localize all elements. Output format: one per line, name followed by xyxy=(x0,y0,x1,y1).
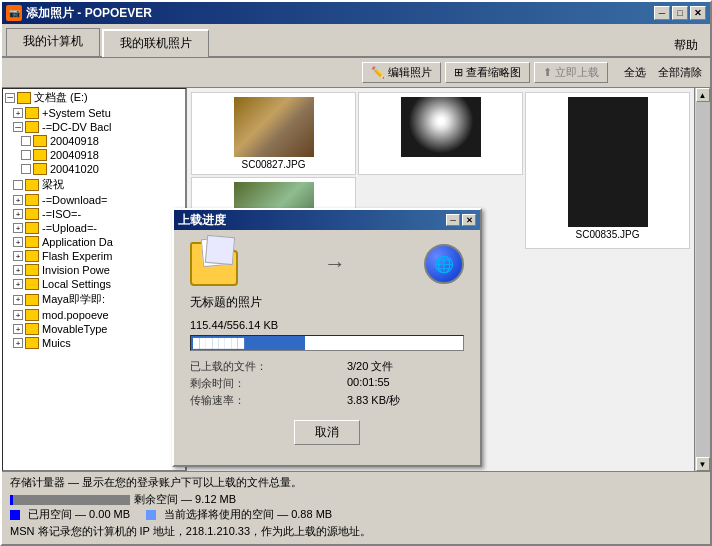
tab-my-online-photos[interactable]: 我的联机照片 xyxy=(102,29,209,57)
scrollbar-track[interactable] xyxy=(696,102,710,457)
expand-icon[interactable]: + xyxy=(13,195,23,205)
folder-icon xyxy=(25,194,39,206)
upload-info-grid: 已上载的文件： 3/20 文件 剩余时间： 00:01:55 传输速率： 3.8… xyxy=(190,359,464,408)
tree-item-invision[interactable]: + Invision Powe xyxy=(11,263,185,277)
tree-label: -=DC-DV Bacl xyxy=(42,121,111,133)
clear-all-button[interactable]: 全部清除 xyxy=(658,65,702,80)
folder-icon xyxy=(25,309,39,321)
cancel-upload-button[interactable]: 取消 xyxy=(294,420,360,445)
edit-photos-label: 编辑照片 xyxy=(388,65,432,80)
main-window: 📷 添加照片 - POPOEVER ─ □ ✕ 我的计算机 我的联机照片 帮助 … xyxy=(0,0,712,546)
thumbnail-label: SC00827.JPG xyxy=(242,159,306,170)
tree-label: 20040918 xyxy=(50,135,99,147)
expand-icon xyxy=(13,180,23,190)
tree-item-flash[interactable]: + Flash Experim xyxy=(11,249,185,263)
expand-icon[interactable]: + xyxy=(13,223,23,233)
maximize-button[interactable]: □ xyxy=(672,6,688,20)
upload-now-button[interactable]: ⬆ 立即上载 xyxy=(534,62,608,83)
expand-icon[interactable]: ─ xyxy=(13,122,23,132)
upload-now-label: 立即上载 xyxy=(555,65,599,80)
tree-item-200409182[interactable]: 20040918 xyxy=(19,148,185,162)
dialog-icons: → 🌐 xyxy=(190,242,464,286)
view-thumbnails-button[interactable]: ⊞ 查看缩略图 xyxy=(445,62,530,83)
status-row-ip: MSN 将记录您的计算机的 IP 地址，218.1.210.33，作为此上载的源… xyxy=(10,524,702,539)
tab-my-computer[interactable]: 我的计算机 xyxy=(6,28,100,56)
tree-item-maya[interactable]: + Maya即学即: xyxy=(11,291,185,308)
storage-meter-text: 存储计量器 — 显示在您的登录账户下可以上载的文件总量。 xyxy=(10,475,302,490)
tree-label: -=Upload=- xyxy=(42,222,97,234)
tab-bar: 我的计算机 我的联机照片 帮助 xyxy=(2,24,710,58)
expand-icon[interactable]: + xyxy=(13,324,23,334)
status-row-legend: 已用空间 — 0.00 MB 当前选择将使用的空间 — 0.88 MB xyxy=(10,507,702,522)
dialog-minimize-button[interactable]: ─ xyxy=(446,214,460,226)
dialog-title-text: 上载进度 xyxy=(178,212,226,229)
minimize-button[interactable]: ─ xyxy=(654,6,670,20)
tree-label: +System Setu xyxy=(42,107,111,119)
progress-text: 115.44/556.14 KB xyxy=(190,319,464,331)
upload-progress-dialog: 上载进度 ─ ✕ → xyxy=(172,208,482,467)
status-bar: 存储计量器 — 显示在您的登录账户下可以上载的文件总量。 剩余空间 — 9.12… xyxy=(2,471,710,544)
tree-item-iso[interactable]: + -=ISO=- xyxy=(11,207,185,221)
tree-label: Invision Powe xyxy=(42,264,110,276)
progress-blocks: ████████ xyxy=(191,338,244,348)
expand-icon[interactable]: + xyxy=(13,279,23,289)
dialog-body: → 🌐 无标题的照片 115.44/556.14 KB ████████ 已上载… xyxy=(174,230,480,465)
thumbnail-item[interactable] xyxy=(358,92,523,175)
folder-icon xyxy=(33,149,47,161)
dialog-close-button[interactable]: ✕ xyxy=(462,214,476,226)
arrow-right-icon: → xyxy=(324,251,346,277)
tree-item-download[interactable]: + -=Download= xyxy=(11,193,185,207)
tree-item-system[interactable]: + +System Setu xyxy=(11,106,185,120)
tree-item-20041020[interactable]: 20041020 xyxy=(19,162,185,176)
folder-icon xyxy=(25,337,39,349)
expand-icon[interactable]: + xyxy=(13,295,23,305)
thumbnail-item[interactable]: SC00827.JPG xyxy=(191,92,356,175)
tree-item-mod[interactable]: + mod.popoeve xyxy=(11,308,185,322)
tree-item-movable[interactable]: + MovableType xyxy=(11,322,185,336)
file-tree-panel[interactable]: ─ 文档盘 (E:) + +System Setu ─ -=DC-DV Bacl… xyxy=(2,88,187,471)
tree-label: -=ISO=- xyxy=(42,208,81,220)
tree-item-music[interactable]: + Muics xyxy=(11,336,185,350)
tree-item-200409181[interactable]: 20040918 xyxy=(19,134,185,148)
expand-icon[interactable]: + xyxy=(13,108,23,118)
tree-item-dcdv[interactable]: ─ -=DC-DV Bacl xyxy=(11,120,185,134)
tree-label: Maya即学即: xyxy=(42,292,105,307)
tree-label: Muics xyxy=(42,337,71,349)
scroll-down-button[interactable]: ▼ xyxy=(696,457,710,471)
folder-icon xyxy=(25,278,39,290)
select-all-button[interactable]: 全选 xyxy=(624,65,646,80)
selection-space-dot xyxy=(146,510,156,520)
expand-icon[interactable]: + xyxy=(13,237,23,247)
expand-icon[interactable]: + xyxy=(13,209,23,219)
expand-icon[interactable]: + xyxy=(13,251,23,261)
thumbnail-item[interactable]: SC00835.JPG xyxy=(525,92,690,249)
vertical-scrollbar[interactable]: ▲ ▼ xyxy=(694,88,710,471)
expand-icon xyxy=(21,164,31,174)
tree-label: 20040918 xyxy=(50,149,99,161)
tree-item-root[interactable]: ─ 文档盘 (E:) xyxy=(3,89,185,106)
window-title: 添加照片 - POPOEVER xyxy=(26,5,152,22)
edit-photos-button[interactable]: ✏️ 编辑照片 xyxy=(362,62,441,83)
tree-item-upload[interactable]: + -=Upload=- xyxy=(11,221,185,235)
folder-icon xyxy=(33,135,47,147)
thumbnail-image xyxy=(234,97,314,157)
help-link[interactable]: 帮助 xyxy=(666,35,706,56)
tree-item-local[interactable]: + Local Settings xyxy=(11,277,185,291)
tree-item-appdata[interactable]: + Application Da xyxy=(11,235,185,249)
scroll-up-button[interactable]: ▲ xyxy=(696,88,710,102)
folder-icon xyxy=(25,236,39,248)
edit-icon: ✏️ xyxy=(371,66,385,79)
expand-icon[interactable]: + xyxy=(13,265,23,275)
expand-icon[interactable]: + xyxy=(13,310,23,320)
toolbar-actions: 全选 全部清除 xyxy=(624,65,702,80)
expand-icon[interactable]: + xyxy=(13,338,23,348)
tree-item-liangzhu[interactable]: 梁祝 xyxy=(11,176,185,193)
expand-icon[interactable]: ─ xyxy=(5,93,15,103)
tree-label: 文档盘 (E:) xyxy=(34,90,88,105)
close-button[interactable]: ✕ xyxy=(690,6,706,20)
folder-icon xyxy=(25,222,39,234)
progress-bar-container: ████████ xyxy=(190,335,464,351)
expand-icon xyxy=(21,136,31,146)
tree-label: -=Download= xyxy=(42,194,107,206)
used-space-label: 已用空间 — 0.00 MB xyxy=(28,507,130,522)
